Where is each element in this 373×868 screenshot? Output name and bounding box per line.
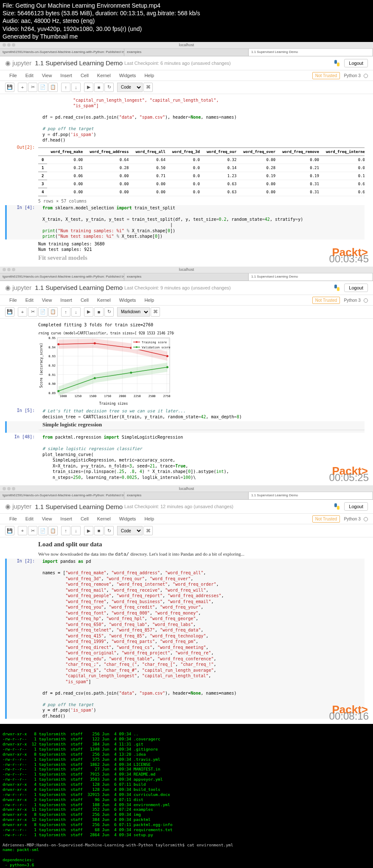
dataframe-table: word_freq_makeword_freq_addressword_freq… (38, 147, 365, 196)
stop-icon[interactable]: ■ (94, 83, 104, 92)
terminal[interactable]: drwxr-xr-x 8 taylorsmith staff 256 Jun 4… (0, 724, 373, 868)
code-cell[interactable]: # Let's fit that decision tree so we can… (38, 408, 365, 420)
jupyter-logo: ◉ jupyter (5, 59, 31, 67)
code-cell[interactable]: from sklearn.model_selection import trai… (38, 205, 365, 239)
menu-help[interactable]: Help (140, 514, 158, 524)
restart-icon[interactable]: ↻ (104, 526, 114, 535)
browser-chrome: localhost (0, 267, 373, 273)
down-icon[interactable]: ↓ (71, 526, 81, 535)
menu-help[interactable]: Help (140, 70, 158, 81)
cmd-palette-icon[interactable]: ⌘ (143, 526, 153, 535)
restart-icon[interactable]: ↻ (104, 83, 114, 92)
not-trusted[interactable]: Not Trusted (312, 515, 340, 523)
paste-icon[interactable]: 📋 (48, 526, 58, 535)
run-icon[interactable]: ▶ (84, 526, 93, 535)
tab-github[interactable]: tgsmith61591/Hands-on-Supervised-Machine… (0, 49, 124, 56)
md-heading[interactable]: Simple logistic regression (38, 421, 365, 430)
up-icon[interactable]: ↑ (61, 83, 70, 92)
celltype-select[interactable]: Code (117, 83, 143, 92)
paste-icon[interactable]: 📋 (48, 307, 58, 317)
nb-name[interactable]: 1.1 Supervised Learning Demo (35, 284, 123, 291)
add-cell-icon[interactable]: + (18, 83, 27, 92)
menu-insert[interactable]: Insert (56, 295, 76, 305)
toolbar: 💾 + ✂ 📄 📋 ↑ ↓ ▶ ■ ↻ Code ⌘ (0, 81, 373, 94)
logout-button[interactable]: Logout (344, 59, 368, 67)
copy-icon[interactable]: 📄 (38, 83, 48, 92)
menu-view[interactable]: View (38, 295, 56, 305)
down-icon[interactable]: ↓ (71, 83, 81, 92)
svg-text:1000: 1000 (60, 395, 67, 398)
stdout: Completed fitting 3 folds for train size… (38, 322, 365, 328)
add-cell-icon[interactable]: + (18, 307, 27, 317)
stop-icon[interactable]: ■ (94, 307, 104, 317)
copy-icon[interactable]: 📄 (38, 307, 48, 317)
svg-text:0.90: 0.90 (48, 383, 56, 386)
add-cell-icon[interactable]: + (18, 526, 27, 535)
menu-kernel[interactable]: Kernel (93, 70, 115, 81)
tab-examples[interactable]: examples (124, 492, 249, 499)
menu-insert[interactable]: Insert (56, 70, 76, 81)
menu-file[interactable]: File (5, 514, 21, 524)
menubar: File Edit View Insert Cell Kernel Widget… (0, 295, 373, 306)
menu-file[interactable]: File (5, 70, 21, 81)
cut-icon[interactable]: ✂ (28, 83, 37, 92)
nb-name[interactable]: 1.1 Supervised Learning Demo (35, 503, 123, 510)
celltype-select[interactable]: Markdown (117, 307, 150, 317)
menu-edit[interactable]: Edit (21, 295, 38, 305)
menu-edit[interactable]: Edit (21, 514, 38, 524)
save-icon[interactable]: 💾 (5, 83, 14, 92)
tab-examples[interactable]: examples (124, 273, 249, 281)
copy-icon[interactable]: 📄 (38, 526, 48, 535)
load-heading: Load and split our data (38, 541, 365, 548)
code-cell[interactable]: "capital_run_length_longest", "capital_r… (38, 97, 365, 143)
logout-button[interactable]: Logout (344, 502, 368, 511)
tab-notebook[interactable]: 1.1 Supervised Learning Demo (249, 49, 373, 56)
svg-text:2000: 2000 (119, 395, 126, 398)
menu-file[interactable]: File (5, 295, 21, 305)
tab-notebook[interactable]: 1.1 Supervised Learning Demo (249, 273, 373, 281)
cut-icon[interactable]: ✂ (28, 526, 37, 535)
celltype-select[interactable]: Code (117, 526, 143, 535)
cmd-palette-icon[interactable]: ⌘ (143, 83, 153, 92)
jupyter-logo: ◉ jupyter (5, 284, 31, 292)
code-cell[interactable]: from packtml.regression import SimpleLog… (38, 434, 365, 480)
menu-cell[interactable]: Cell (76, 70, 93, 81)
tab-github[interactable]: tgsmith61591/Hands-on-Supervised-Machine… (0, 492, 124, 499)
save-icon[interactable]: 💾 (5, 307, 14, 317)
save-icon[interactable]: 💾 (5, 526, 14, 535)
menu-help[interactable]: Help (140, 295, 158, 305)
paste-icon[interactable]: 📋 (48, 83, 58, 92)
md-text: We've now downloaded the data into the d… (38, 551, 365, 557)
python-icon (333, 284, 341, 292)
up-icon[interactable]: ↑ (61, 526, 70, 535)
code-cell[interactable]: import pandas as pd names = ["word_freq_… (38, 559, 365, 719)
menu-edit[interactable]: Edit (21, 70, 38, 81)
menu-widgets[interactable]: Widgets (115, 295, 140, 305)
logout-button[interactable]: Logout (344, 284, 368, 292)
cmd-palette-icon[interactable]: ⌘ (151, 307, 160, 317)
not-trusted[interactable]: Not Trusted (312, 297, 340, 304)
run-icon[interactable]: ▶ (84, 307, 93, 317)
restart-icon[interactable]: ↻ (104, 307, 114, 317)
svg-point-43 (94, 377, 96, 379)
menu-kernel[interactable]: Kernel (93, 514, 115, 524)
menu-cell[interactable]: Cell (76, 295, 93, 305)
menu-insert[interactable]: Insert (56, 514, 76, 524)
menu-view[interactable]: View (38, 514, 56, 524)
tab-github[interactable]: tgsmith61591/Hands-on-Supervised-Machine… (0, 273, 124, 281)
menu-view[interactable]: View (38, 70, 56, 81)
svg-point-48 (136, 341, 137, 343)
stop-icon[interactable]: ■ (94, 526, 104, 535)
menu-widgets[interactable]: Widgets (115, 70, 140, 81)
cut-icon[interactable]: ✂ (28, 307, 37, 317)
menu-widgets[interactable]: Widgets (115, 514, 140, 524)
not-trusted[interactable]: Not Trusted (312, 72, 340, 79)
tab-examples[interactable]: examples (124, 49, 249, 56)
run-icon[interactable]: ▶ (84, 83, 93, 92)
up-icon[interactable]: ↑ (61, 307, 70, 317)
menu-kernel[interactable]: Kernel (93, 295, 115, 305)
nb-name[interactable]: 1.1 Supervised Learning Demo (35, 59, 123, 67)
down-icon[interactable]: ↓ (71, 307, 81, 317)
tab-notebook[interactable]: 1.1 Supervised Learning Demo (249, 492, 373, 499)
menu-cell[interactable]: Cell (76, 514, 93, 524)
